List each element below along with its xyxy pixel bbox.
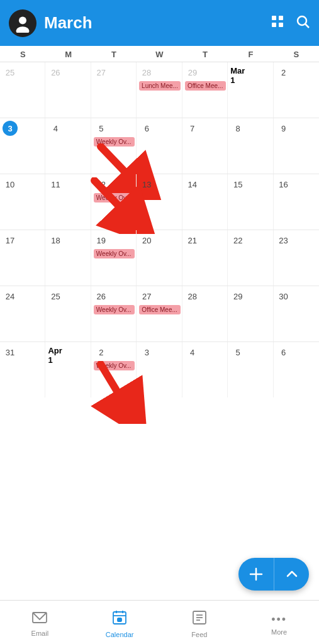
day-cell[interactable]: 10 — [0, 174, 45, 230]
day-cell[interactable]: 29 Office Mee... — [182, 62, 228, 118]
day-number: 10 — [3, 177, 18, 192]
search-icon[interactable] — [295, 14, 310, 33]
day-number: 30 — [276, 289, 291, 304]
event-pill[interactable]: Weekly Ov... — [94, 305, 135, 314]
day-number: 6 — [139, 121, 154, 136]
week-row-5: 24 25 26 Weekly Ov... 27 Office Mee... 2… — [0, 286, 319, 342]
day-number: 12 — [94, 177, 109, 192]
day-number: 26 — [48, 65, 63, 80]
day-number: 13 — [139, 177, 154, 192]
svg-rect-3 — [279, 16, 283, 20]
day-cell[interactable]: 14 — [182, 174, 228, 230]
day-cell[interactable]: 2 — [274, 62, 319, 118]
day-cell[interactable]: Apr 1 — [45, 342, 91, 397]
header: March — [0, 0, 319, 46]
week-row-2: 3 4 5 Weekly Ov... 6 7 8 9 — [0, 118, 319, 174]
day-cell[interactable]: 11 — [45, 174, 91, 230]
event-pill[interactable]: Weekly Ov... — [94, 361, 135, 370]
day-cell[interactable]: 31 — [0, 342, 45, 397]
day-cell[interactable]: 27 — [91, 62, 137, 118]
nav-email-label: Email — [31, 630, 49, 637]
day-number: 29 — [230, 289, 245, 304]
avatar[interactable] — [9, 9, 36, 37]
day-cell[interactable]: 15 — [228, 174, 273, 230]
day-cell[interactable]: 28 Lunch Mee... — [137, 62, 182, 118]
day-cell[interactable]: 29 — [228, 286, 273, 341]
day-cell[interactable]: 26 — [45, 62, 91, 118]
day-cell[interactable]: 12 Weekly Ov... — [91, 174, 137, 230]
dow-mon: M — [45, 50, 91, 59]
day-number: 17 — [3, 233, 18, 248]
day-number: 19 — [94, 233, 109, 248]
day-number: 25 — [48, 289, 63, 304]
fab-add-button[interactable] — [238, 558, 274, 591]
nav-more[interactable]: ••• More — [239, 609, 319, 636]
day-cell[interactable]: 3 — [0, 118, 45, 174]
svg-rect-4 — [272, 23, 276, 27]
day-number: 3 — [3, 121, 18, 136]
day-cell[interactable]: 9 — [274, 118, 319, 174]
grid-icon[interactable] — [270, 14, 285, 33]
day-cell[interactable]: 17 — [0, 230, 45, 286]
day-cell[interactable]: 24 — [0, 286, 45, 341]
event-pill[interactable]: Lunch Mee... — [139, 81, 181, 91]
svg-rect-21 — [118, 618, 121, 621]
day-cell[interactable]: 2 Weekly Ov... — [91, 342, 137, 397]
day-number: 7 — [185, 121, 200, 136]
day-cell[interactable]: 16 — [274, 174, 319, 230]
day-number: 27 — [139, 289, 154, 304]
day-cell[interactable]: 27 Office Mee... — [137, 286, 182, 341]
dow-sun: S — [0, 50, 45, 59]
day-cell[interactable]: 30 — [274, 286, 319, 341]
day-cell[interactable]: 13 — [137, 174, 182, 230]
day-cell[interactable]: 6 — [274, 342, 319, 397]
day-cell[interactable]: 28 — [182, 286, 228, 341]
day-number: 16 — [276, 177, 291, 192]
day-cell[interactable]: 25 — [45, 286, 91, 341]
nav-feed[interactable]: Feed — [160, 606, 240, 638]
dow-wed: W — [137, 50, 182, 59]
fab-scroll-up-button[interactable] — [274, 558, 309, 591]
header-actions — [270, 14, 310, 33]
day-number: 3 — [139, 345, 154, 360]
dow-fri: F — [228, 50, 273, 59]
day-cell[interactable]: 21 — [182, 230, 228, 286]
dow-sat: S — [274, 50, 319, 59]
day-cell[interactable]: Mar 1 — [228, 62, 273, 118]
day-cell[interactable]: 3 — [137, 342, 182, 397]
day-cell[interactable]: 25 — [0, 62, 45, 118]
day-cell[interactable]: 22 — [228, 230, 273, 286]
fab-container — [238, 558, 309, 591]
svg-rect-5 — [279, 23, 283, 27]
day-number: 5 — [230, 345, 245, 360]
day-cell[interactable]: 6 — [137, 118, 182, 174]
event-pill[interactable]: Weekly Ov... — [94, 249, 135, 258]
day-cell[interactable]: 26 Weekly Ov... — [91, 286, 137, 341]
day-number: 4 — [48, 121, 63, 136]
event-pill[interactable]: Weekly Ov... — [94, 137, 135, 147]
day-number: 21 — [185, 233, 200, 248]
day-cell[interactable]: 5 Weekly Ov... — [91, 118, 137, 174]
week-row-3: 10 11 12 Weekly Ov... 13 14 15 16 — [0, 174, 319, 230]
day-number: 23 — [276, 233, 291, 248]
day-number: 28 — [185, 289, 200, 304]
day-cell[interactable]: 19 Weekly Ov... — [91, 230, 137, 286]
day-cell[interactable]: 18 — [45, 230, 91, 286]
day-cell[interactable]: 20 — [137, 230, 182, 286]
svg-point-0 — [19, 16, 26, 24]
nav-email[interactable]: Email — [0, 608, 80, 637]
day-number: 4 — [185, 345, 200, 360]
event-pill[interactable]: Office Mee... — [139, 305, 180, 314]
dow-row: S M T W T F S — [0, 46, 319, 62]
day-cell[interactable]: 7 — [182, 118, 228, 174]
event-pill[interactable]: Office Mee... — [185, 81, 226, 91]
nav-calendar[interactable]: Calendar — [80, 606, 160, 638]
day-number: 11 — [48, 177, 63, 192]
week-row-1: 25 26 27 28 Lunch Mee... 29 Office Mee..… — [0, 62, 319, 118]
day-cell[interactable]: 8 — [228, 118, 273, 174]
day-cell[interactable]: 4 — [182, 342, 228, 397]
day-cell[interactable]: 4 — [45, 118, 91, 174]
event-pill[interactable]: Weekly Ov... — [94, 193, 135, 203]
day-cell[interactable]: 5 — [228, 342, 273, 397]
day-cell[interactable]: 23 — [274, 230, 319, 286]
